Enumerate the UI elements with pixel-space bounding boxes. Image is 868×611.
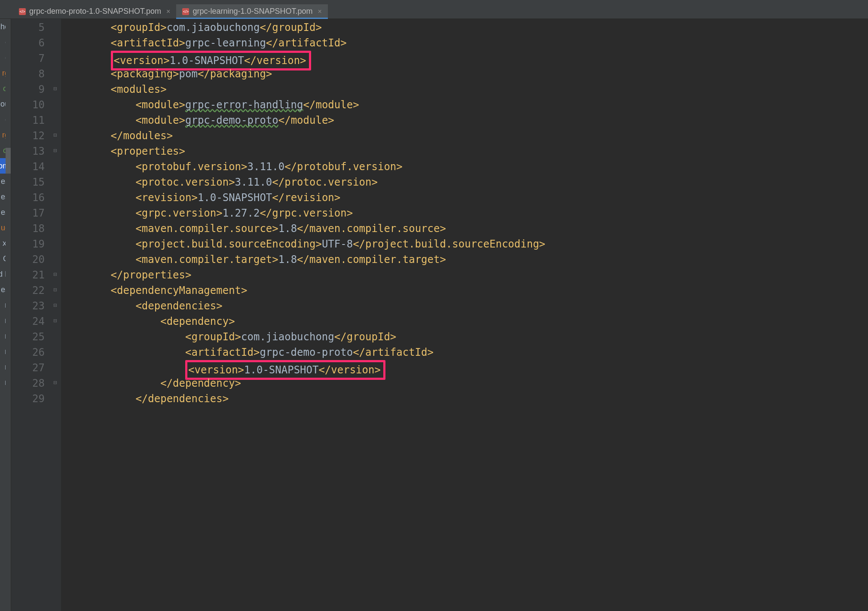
line-number: 6 (11, 35, 45, 51)
xml-tag: <packaging> (111, 68, 179, 80)
xml-tag: </dependencies> (135, 393, 229, 405)
line-number: 27 (11, 360, 45, 376)
xml-text: 1.0-SNAPSHOT (170, 55, 244, 67)
code-line[interactable]: <version>1.0-SNAPSHOT</version> (61, 51, 868, 66)
fold-toggle-icon[interactable]: ⊟ (53, 271, 57, 278)
code-line[interactable]: </properties> (61, 267, 868, 283)
code-line[interactable]: <dependency> (61, 314, 868, 329)
code-line[interactable]: <version>1.0-SNAPSHOT</version> (61, 360, 868, 376)
code-line[interactable]: <revision>1.0-SNAPSHOT</revision> (61, 190, 868, 205)
code-line[interactable]: </dependencies> (61, 391, 868, 406)
fold-toggle-icon[interactable]: ⊟ (53, 286, 57, 293)
xml-tag: <revision> (135, 192, 198, 204)
xml-text: 3.11.0 (235, 176, 272, 188)
xml-tag: </groupId> (260, 21, 322, 34)
xml-tag: </groupId> (334, 331, 397, 343)
code-area[interactable]: <groupId>com.jiaobuchong</groupId> <arti… (61, 19, 868, 611)
xml-tag: <project.build.sourceEncoding> (135, 238, 321, 250)
fold-toggle-icon[interactable]: ⊟ (53, 147, 57, 154)
code-line[interactable]: <project.build.sourceEncoding>UTF-8</pro… (61, 236, 868, 252)
xml-tag: </packaging> (198, 68, 272, 80)
xml-tag: </grpc.version> (260, 207, 353, 219)
xml-tag: <artifactId> (185, 346, 260, 358)
fold-toggle-icon[interactable]: ⊟ (53, 131, 57, 138)
xml-text: 1.8 (278, 223, 297, 235)
fold-toggle-icon[interactable]: ⊟ (53, 85, 57, 92)
xml-text: com.jiaobuchong (167, 21, 260, 34)
code-line[interactable]: <grpc.version>1.27.2</grpc.version> (61, 205, 868, 221)
code-line[interactable]: <properties> (61, 144, 868, 159)
ide-window: grpc-demo-proto-1.0-SNAPSHOT.pom × grpc-… (0, 0, 868, 611)
xml-tag: </version> (318, 364, 381, 376)
xml-text: grpc-error-handling (185, 99, 303, 111)
line-number: 26 (11, 345, 45, 360)
xml-tag: <dependency> (160, 315, 235, 327)
xml-tag: <artifactId> (111, 37, 185, 49)
code-line[interactable]: <protoc.version>3.11.0</protoc.version> (61, 174, 868, 190)
code-line[interactable]: <groupId>com.jiaobuchong</groupId> (61, 20, 868, 35)
xml-text: 1.0-SNAPSHOT (198, 192, 272, 204)
xml-tag: </version> (244, 55, 306, 67)
line-number: 22 (11, 283, 45, 298)
xml-text: pom (179, 68, 198, 80)
code-line[interactable]: </modules> (61, 128, 868, 144)
fold-column[interactable]: ⊟⊟⊟⊟⊟⊟⊟⊟ (52, 19, 61, 611)
line-number: 15 (11, 174, 45, 190)
xml-tag: <protobuf.version> (135, 161, 247, 173)
line-number: 10 (11, 97, 45, 113)
line-number: 18 (11, 221, 45, 236)
xml-text: 3.11.0 (247, 161, 284, 173)
code-line[interactable]: <module>grpc-error-handling</module> (61, 97, 868, 113)
code-line[interactable]: <protobuf.version>3.11.0</protobuf.versi… (61, 159, 868, 174)
xml-text: 1.8 (278, 254, 297, 266)
xml-tag: <properties> (111, 145, 185, 157)
xml-text: UTF-8 (322, 238, 353, 250)
xml-tag: </dependency> (160, 377, 241, 389)
fold-toggle-icon[interactable]: ⊟ (53, 379, 57, 386)
xml-tag: <protoc.version> (135, 176, 235, 188)
fold-toggle-icon[interactable]: ⊟ (53, 302, 57, 309)
code-line[interactable]: <maven.compiler.target>1.8</maven.compil… (61, 252, 868, 267)
close-icon[interactable]: × (318, 8, 322, 15)
xml-text: grpc-demo-proto (260, 346, 353, 358)
line-number: 28 (11, 376, 45, 391)
sidebar-scroll-trough (6, 19, 11, 611)
xml-tag: <dependencies> (135, 300, 222, 312)
xml-tag: <groupId> (111, 21, 167, 34)
code-line[interactable]: <maven.compiler.source>1.8</maven.compil… (61, 221, 868, 236)
close-icon[interactable]: × (166, 8, 170, 15)
xml-text: com.jiaobuchong (241, 331, 334, 343)
line-gutter: 5678910111213141516171819202122232425262… (11, 19, 52, 611)
code-line[interactable]: <module>grpc-demo-proto</module> (61, 113, 868, 128)
sidebar-scroll-thumb[interactable] (6, 148, 11, 174)
line-number: 14 (11, 159, 45, 174)
xml-tag: <dependencyManagement> (111, 284, 248, 296)
code-line[interactable]: </dependency> (61, 376, 868, 391)
xml-tag: <module> (135, 114, 185, 126)
xml-tag: </artifactId> (266, 37, 347, 49)
xml-tag: <version> (114, 55, 170, 67)
code-line[interactable]: <artifactId>grpc-demo-proto</artifactId> (61, 345, 868, 360)
code-line[interactable]: <artifactId>grpc-learning</artifactId> (61, 35, 868, 51)
xml-file-icon (19, 8, 26, 15)
code-editor[interactable]: 5678910111213141516171819202122232425262… (11, 19, 868, 611)
code-line[interactable]: <dependencies> (61, 298, 868, 314)
xml-text: 1.27.2 (223, 207, 260, 219)
project-sidebar[interactable]: hoccrgoloucrgolomesesesucxrOd Lesnnnnnn (0, 19, 11, 611)
xml-tag: </project.build.sourceEncoding> (353, 238, 545, 250)
code-line[interactable]: <dependencyManagement> (61, 283, 868, 298)
line-number: 20 (11, 252, 45, 267)
breadcrumb-bar (0, 0, 868, 4)
line-number: 13 (11, 144, 45, 159)
editor-tab[interactable]: grpc-learning-1.0-SNAPSHOT.pom × (176, 4, 327, 18)
fold-toggle-icon[interactable]: ⊟ (53, 317, 57, 324)
editor-tab[interactable]: grpc-demo-proto-1.0-SNAPSHOT.pom × (13, 4, 176, 18)
line-number: 12 (11, 128, 45, 144)
xml-tag: </artifactId> (353, 346, 434, 358)
code-line[interactable]: <groupId>com.jiaobuchong</groupId> (61, 329, 868, 345)
xml-tag: <maven.compiler.source> (135, 223, 278, 235)
code-line[interactable]: <modules> (61, 82, 868, 97)
xml-tag: <maven.compiler.target> (135, 254, 278, 266)
xml-tag: </revision> (272, 192, 340, 204)
code-line[interactable]: <packaging>pom</packaging> (61, 66, 868, 82)
